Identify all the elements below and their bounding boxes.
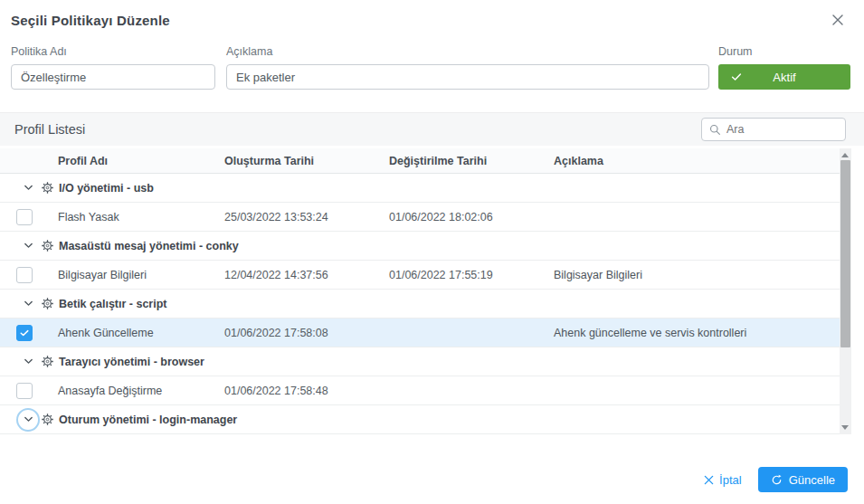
column-header-created: Oluşturma Tarihi <box>210 155 375 167</box>
profile-modified: 01/06/2022 17:55:19 <box>375 269 539 281</box>
description-label: Açıklama <box>226 45 709 58</box>
gear-icon <box>42 240 53 252</box>
update-button[interactable]: Güncelle <box>758 467 848 492</box>
column-header-modified: Değiştirilme Tarihi <box>375 155 539 167</box>
status-label: Durum <box>718 45 850 58</box>
row-checkbox[interactable] <box>16 325 33 341</box>
check-icon <box>730 71 743 86</box>
chevron-down-icon <box>23 414 34 425</box>
chevron-button[interactable] <box>16 234 40 258</box>
scrollbar-thumb[interactable] <box>840 160 850 347</box>
table-scrollbar[interactable] <box>840 148 851 434</box>
close-button[interactable] <box>830 12 846 28</box>
profile-table: Profil Adı Oluşturma Tarihi Değiştirilme… <box>0 148 851 434</box>
description-field-group: Açıklama <box>226 45 709 90</box>
gear-icon <box>42 298 53 309</box>
description-input[interactable] <box>226 64 709 90</box>
table-body: I/O yönetimi - usb Flash Yasak 25/03/202… <box>0 174 851 434</box>
profile-list-title: Profil Listesi <box>14 122 85 137</box>
profile-name: Bilgisayar Bilgileri <box>43 269 210 281</box>
cancel-x-icon <box>704 475 714 485</box>
scrollbar-down-arrow-icon[interactable] <box>841 425 849 430</box>
chevron-button[interactable] <box>16 176 40 200</box>
group-row[interactable]: I/O yönetimi - usb <box>0 174 851 203</box>
chevron-button[interactable] <box>16 408 40 432</box>
dialog-footer: İptal Güncelle <box>0 467 848 492</box>
gear-icon <box>42 182 53 194</box>
dialog-title: Seçili Politikayı Düzenle <box>11 13 850 28</box>
row-checkbox[interactable] <box>16 209 33 225</box>
row-checkbox[interactable] <box>16 267 33 283</box>
profile-created: 01/06/2022 17:58:48 <box>210 385 375 397</box>
update-label: Güncelle <box>789 473 835 487</box>
group-row[interactable]: Betik çalıştır - script <box>0 290 851 319</box>
group-label: I/O yönetimi - usb <box>59 182 154 195</box>
refresh-icon <box>771 474 783 486</box>
chevron-down-icon <box>23 240 34 252</box>
profile-modified: 01/06/2022 18:02:06 <box>375 211 539 223</box>
dialog-header: Seçili Politikayı Düzenle <box>0 0 864 31</box>
status-field-group: Durum Aktif <box>718 45 850 90</box>
table-header-row: Profil Adı Oluşturma Tarihi Değiştirilme… <box>0 148 851 174</box>
chevron-down-icon <box>23 298 34 309</box>
search-box[interactable] <box>701 118 846 141</box>
policy-name-input[interactable] <box>11 64 215 90</box>
group-label: Oturum yönetimi - login-manager <box>59 414 237 426</box>
gear-icon <box>42 356 53 367</box>
close-icon <box>831 14 844 26</box>
group-label: Betik çalıştır - script <box>59 298 167 310</box>
group-row[interactable]: Masaüstü mesaj yönetimi - conky <box>0 232 851 261</box>
profile-row[interactable]: Anasayfa Değiştirme 01/06/2022 17:58:48 <box>0 376 851 405</box>
profile-row[interactable]: Ahenk Güncelleme 01/06/2022 17:58:08 Ahe… <box>0 319 851 347</box>
profile-description: Ahenk güncelleme ve servis kontrolleri <box>539 327 840 339</box>
scrollbar-up-arrow-icon[interactable] <box>841 153 849 157</box>
policy-name-label: Politika Adı <box>11 45 215 58</box>
profile-created: 25/03/2022 13:53:24 <box>210 211 375 223</box>
cancel-label: İptal <box>719 473 742 487</box>
profile-name: Flash Yasak <box>43 211 210 223</box>
profile-row[interactable]: Flash Yasak 25/03/2022 13:53:24 01/06/20… <box>0 203 851 232</box>
policy-name-field-group: Politika Adı <box>11 45 215 90</box>
group-label: Masaüstü mesaj yönetimi - conky <box>59 240 239 252</box>
profile-description: Bilgisayar Bilgileri <box>539 269 840 281</box>
status-toggle-button[interactable]: Aktif <box>718 64 850 90</box>
group-label: Tarayıcı yönetimi - browser <box>59 356 204 368</box>
profile-list-section-bar: Profil Listesi <box>0 112 864 146</box>
group-row[interactable]: Oturum yönetimi - login-manager <box>0 405 851 434</box>
chevron-down-icon <box>23 356 34 367</box>
profile-created: 01/06/2022 17:58:08 <box>210 327 375 339</box>
group-row[interactable]: Tarayıcı yönetimi - browser <box>0 347 851 376</box>
profile-name: Anasayfa Değiştirme <box>43 385 210 397</box>
chevron-button[interactable] <box>16 350 40 374</box>
profile-name: Ahenk Güncelleme <box>43 327 210 339</box>
row-checkbox[interactable] <box>16 383 33 399</box>
chevron-down-icon <box>23 182 34 194</box>
cancel-button[interactable]: İptal <box>697 470 749 490</box>
profile-created: 12/04/2022 14:37:56 <box>210 269 375 281</box>
search-input[interactable] <box>726 123 838 136</box>
search-icon <box>709 124 721 136</box>
policy-form: Politika Adı Açıklama Durum Aktif <box>11 45 850 90</box>
column-header-description: Açıklama <box>539 155 840 167</box>
column-header-name: Profil Adı <box>43 155 210 167</box>
chevron-button[interactable] <box>16 292 40 316</box>
profile-row[interactable]: Bilgisayar Bilgileri 12/04/2022 14:37:56… <box>0 261 851 290</box>
gear-icon <box>42 414 53 425</box>
